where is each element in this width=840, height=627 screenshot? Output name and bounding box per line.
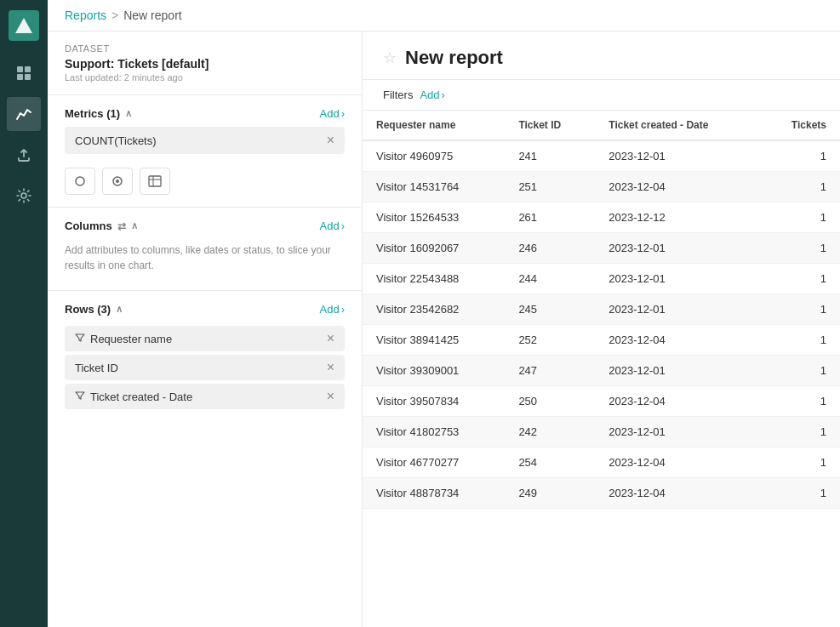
cell-requester: Visitor 15264533	[363, 202, 505, 233]
dataset-label: Dataset	[65, 43, 345, 54]
cell-ticket-id: 246	[505, 233, 595, 264]
svg-point-8	[116, 180, 119, 183]
dataset-updated: Last updated: 2 minutes ago	[65, 72, 345, 83]
cell-ticket-date: 2023-12-01	[595, 356, 759, 386]
cell-ticket-date: 2023-12-04	[595, 478, 759, 509]
cell-ticket-date: 2023-12-04	[595, 447, 759, 478]
filters-label: Filters	[383, 88, 413, 101]
metric-tag-close[interactable]: ×	[327, 134, 334, 147]
cell-ticket-id: 249	[505, 478, 595, 509]
sidenav-item-analytics[interactable]	[7, 97, 41, 131]
columns-chevron[interactable]: ∧	[131, 220, 138, 231]
sidenav-item-dashboard[interactable]	[7, 56, 41, 90]
breadcrumb-current: New report	[123, 9, 181, 22]
cell-tickets: 1	[759, 417, 840, 447]
table-row: Visitor 4960975 241 2023-12-01 1	[363, 140, 840, 172]
report-star-icon[interactable]: ☆	[383, 48, 397, 67]
cell-ticket-id: 245	[505, 294, 595, 325]
columns-add-button[interactable]: Add ›	[320, 219, 345, 232]
app-logo[interactable]	[9, 10, 39, 41]
svg-rect-4	[25, 74, 31, 80]
cell-ticket-date: 2023-12-04	[595, 172, 759, 202]
row-tag-close-0[interactable]: ×	[327, 332, 334, 345]
cell-requester: Visitor 48878734	[363, 478, 505, 509]
row-tag-label-2: Ticket created - Date	[90, 390, 192, 403]
cell-requester: Visitor 4960975	[363, 140, 505, 172]
svg-rect-9	[149, 176, 161, 186]
metrics-section: Metrics (1) ∧ Add › COUNT(Tickets) ×	[48, 95, 362, 207]
cell-requester: Visitor 23542682	[363, 294, 505, 325]
table-container: Requester name Ticket ID Ticket created …	[363, 111, 840, 627]
table-row: Visitor 23542682 245 2023-12-01 1	[363, 294, 840, 325]
filters-add-button[interactable]: Add ›	[420, 88, 444, 101]
cell-tickets: 1	[759, 202, 840, 233]
content-area: Dataset Support: Tickets [default] Last …	[48, 31, 840, 627]
sidenav-item-upload[interactable]	[7, 138, 41, 172]
row-tag-requester-name: Requester name ×	[65, 326, 345, 351]
columns-hint: Add attributes to columns, like dates or…	[48, 239, 362, 283]
row-filter-icon-2	[75, 390, 85, 403]
sidenav	[0, 0, 48, 627]
row-tag-ticket-date: Ticket created - Date ×	[65, 384, 345, 409]
cell-requester: Visitor 22543488	[363, 264, 505, 294]
row-tag-label-1: Ticket ID	[75, 362, 118, 374]
columns-header: Columns ⇄ ∧ Add ›	[48, 208, 362, 239]
svg-rect-1	[17, 66, 23, 72]
cell-ticket-date: 2023-12-12	[595, 202, 759, 233]
cell-ticket-date: 2023-12-01	[595, 417, 759, 447]
metrics-header: Metrics (1) ∧ Add ›	[48, 95, 362, 127]
cell-requester: Visitor 38941425	[363, 325, 505, 356]
cell-ticket-id: 241	[505, 140, 595, 172]
cell-ticket-date: 2023-12-01	[595, 264, 759, 294]
cell-ticket-id: 252	[505, 325, 595, 356]
table-row: Visitor 39507834 250 2023-12-04 1	[363, 386, 840, 417]
row-tag-close-2[interactable]: ×	[327, 390, 334, 403]
cell-tickets: 1	[759, 325, 840, 356]
sidenav-item-settings[interactable]	[7, 179, 41, 213]
table-head: Requester name Ticket ID Ticket created …	[363, 111, 840, 140]
table-body: Visitor 4960975 241 2023-12-01 1 Visitor…	[363, 140, 840, 509]
cell-tickets: 1	[759, 294, 840, 325]
cell-tickets: 1	[759, 140, 840, 172]
table-row: Visitor 38941425 252 2023-12-04 1	[363, 325, 840, 356]
cell-tickets: 1	[759, 264, 840, 294]
rows-add-button[interactable]: Add ›	[320, 303, 345, 316]
metrics-title: Metrics (1) ∧	[65, 107, 132, 120]
main-container: Reports > New report Dataset Support: Ti…	[48, 0, 840, 627]
col-header-ticket-date: Ticket created - Date	[595, 111, 759, 140]
viz-icon-circle[interactable]	[65, 168, 95, 195]
cell-tickets: 1	[759, 478, 840, 509]
viz-icon-table[interactable]	[140, 168, 170, 195]
left-panel: Dataset Support: Tickets [default] Last …	[48, 31, 363, 627]
cell-ticket-id: 250	[505, 386, 595, 417]
cell-ticket-id: 247	[505, 356, 595, 386]
table-header-row: Requester name Ticket ID Ticket created …	[363, 111, 840, 140]
cell-ticket-date: 2023-12-01	[595, 294, 759, 325]
table-row: Visitor 16092067 246 2023-12-01 1	[363, 233, 840, 264]
breadcrumb-reports-link[interactable]: Reports	[65, 9, 106, 22]
row-tag-ticket-id: Ticket ID ×	[65, 355, 345, 380]
cell-tickets: 1	[759, 356, 840, 386]
metrics-chevron[interactable]: ∧	[125, 108, 132, 119]
breadcrumb: Reports > New report	[48, 0, 840, 31]
results-table: Requester name Ticket ID Ticket created …	[363, 111, 840, 509]
row-tag-close-1[interactable]: ×	[327, 361, 334, 374]
col-header-ticket-id: Ticket ID	[505, 111, 595, 140]
svg-rect-2	[25, 66, 31, 72]
rows-section: Rows (3) ∧ Add › Requester name	[48, 290, 362, 413]
viz-icon-radio[interactable]	[102, 168, 133, 195]
table-row: Visitor 15264533 261 2023-12-12 1	[363, 202, 840, 233]
svg-marker-0	[15, 18, 32, 33]
cell-requester: Visitor 39507834	[363, 386, 505, 417]
rows-header: Rows (3) ∧ Add ›	[48, 291, 362, 322]
cell-requester: Visitor 41802753	[363, 417, 505, 447]
metrics-add-button[interactable]: Add ›	[320, 107, 345, 120]
filters-bar: Filters Add ›	[363, 80, 840, 111]
table-row: Visitor 48878734 249 2023-12-04 1	[363, 478, 840, 509]
columns-shuffle-icon: ⇄	[117, 220, 126, 232]
cell-ticket-id: 261	[505, 202, 595, 233]
col-header-requester: Requester name	[363, 111, 505, 140]
cell-requester: Visitor 14531764	[363, 172, 505, 202]
cell-ticket-date: 2023-12-04	[595, 325, 759, 356]
rows-chevron[interactable]: ∧	[116, 304, 123, 315]
